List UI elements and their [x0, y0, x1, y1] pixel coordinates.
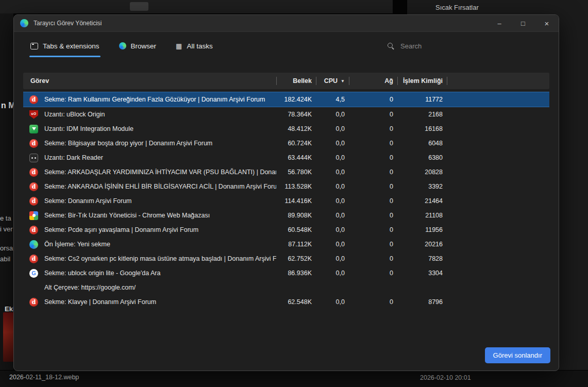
- all-tasks-grid-icon: ▦: [176, 43, 182, 49]
- pid-value: 16168: [397, 125, 447, 132]
- task-title: Sekme: ARKADAŞLAR YARDIMINIZA İHTİYACIM …: [44, 169, 276, 176]
- window-controls: – □ ×: [488, 15, 559, 31]
- task-title: Sekme: Pcde aşırı yavaşlama | Donanım Ar…: [44, 226, 198, 233]
- donanim-icon: [29, 226, 38, 234]
- table-row[interactable]: Sekme: Cs2 oynarken pc kitlenip masa üst…: [23, 251, 549, 266]
- chromestore-icon: [29, 211, 38, 220]
- task-title: Sekme: Donanım Arşivi Forum: [44, 197, 132, 205]
- memory-value: 60.548K: [276, 226, 316, 233]
- table-row[interactable]: Uzantı: uBlock Origin 78.364K 0,0 0 2168: [23, 107, 549, 122]
- cpu-header-label: CPU: [324, 77, 338, 85]
- table-row[interactable]: Sekme: Donanım Arşivi Forum 114.416K 0,0…: [23, 194, 549, 208]
- network-value: 0: [349, 226, 397, 233]
- task-title: Sekme: Bir-Tık Uzantı Yöneticisi - Chrom…: [44, 212, 210, 219]
- donanim-icon: [29, 168, 38, 177]
- task-cell: Sekme: ANKARADA İŞİNİN EHLİ BİR BİLGİSAY…: [23, 182, 276, 191]
- column-header-task[interactable]: Görev: [23, 73, 276, 89]
- donanim-icon: [29, 182, 38, 191]
- tab-all-tasks[interactable]: ▦ All tasks: [176, 32, 213, 60]
- task-cell: Sekme: Klavye | Donanım Arşivi Forum: [23, 298, 276, 307]
- search-box[interactable]: [388, 42, 542, 51]
- task-cell: Sekme: Pcde aşırı yavaşlama | Donanım Ar…: [23, 226, 276, 234]
- ublock-icon: [29, 110, 38, 119]
- task-title: Sekme: Ram Kullanımı Gereğinden Fazla Gö…: [44, 96, 265, 103]
- cpu-value: 0,0: [316, 212, 349, 219]
- task-title: Sekme: ANKARADA İŞİNİN EHLİ BİR BİLGİSAY…: [44, 183, 276, 190]
- donanim-icon: [29, 298, 38, 307]
- pid-value: 6380: [397, 154, 447, 161]
- network-value: 0: [349, 140, 397, 147]
- network-value: 0: [349, 96, 397, 103]
- tab-browser[interactable]: Browser: [119, 32, 157, 60]
- task-cell: Sekme: ARKADAŞLAR YARDIMINIZA İHTİYACIM …: [23, 168, 276, 177]
- table-row[interactable]: Sekme: Ram Kullanımı Gereğinden Fazla Gö…: [23, 92, 549, 107]
- title-bar[interactable]: Tarayıcı Görev Yöneticisi – □ ×: [14, 15, 559, 32]
- pid-value: 3304: [397, 270, 447, 277]
- memory-value: 113.528K: [276, 183, 316, 190]
- network-value: 0: [349, 212, 397, 219]
- table-row[interactable]: Uzantı: Dark Reader 63.444K 0,0 0 6380: [23, 150, 549, 165]
- column-header-spacer: [447, 73, 549, 89]
- tab-tabs-and-extensions[interactable]: Tabs & extensions: [30, 32, 99, 60]
- tab-label: Tabs & extensions: [43, 42, 99, 50]
- memory-value: 89.908K: [276, 212, 316, 219]
- memory-value: 63.444K: [276, 154, 316, 161]
- cpu-value: 0,0: [316, 140, 349, 147]
- network-value: 0: [349, 125, 397, 132]
- sort-descending-icon: ▼: [341, 79, 345, 83]
- table-row[interactable]: Sekme: Klavye | Donanım Arşivi Forum 62.…: [23, 295, 549, 309]
- task-cell: Sekme: Donanım Arşivi Forum: [23, 197, 276, 206]
- maximize-button[interactable]: □: [511, 15, 535, 31]
- task-title: Sekme: ublock origin lite - Google'da Ar…: [44, 270, 160, 277]
- edge-browser-icon: [119, 42, 126, 49]
- tab-bar: Tabs & extensions Browser ▦ All tasks: [14, 32, 559, 60]
- cpu-value: 0,0: [316, 111, 349, 118]
- donanim-icon: [29, 95, 38, 104]
- background-window-top: [0, 0, 393, 13]
- pid-value: 20828: [397, 169, 447, 176]
- pid-value: 21464: [397, 197, 447, 205]
- pid-value: 21108: [397, 212, 447, 219]
- table-row[interactable]: Sekme: ARKADAŞLAR YARDIMINIZA İHTİYACIM …: [23, 165, 549, 179]
- table-body: Sekme: Ram Kullanımı Gereğinden Fazla Gö…: [23, 92, 549, 309]
- edge-app-icon: [20, 19, 28, 27]
- task-title: Sekme: Bilgisayar boşta drop yiyor | Don…: [44, 140, 212, 147]
- column-header-memory[interactable]: Bellek: [276, 73, 316, 89]
- background-window-button: [130, 2, 148, 11]
- edge-icon: [29, 240, 38, 249]
- task-cell: Sekme: Cs2 oynarken pc kitlenip masa üst…: [23, 255, 276, 263]
- table-row[interactable]: Sekme: Bir-Tık Uzantı Yöneticisi - Chrom…: [23, 208, 549, 223]
- network-value: 0: [349, 183, 397, 190]
- task-title: Ön İşleme: Yeni sekme: [44, 241, 110, 248]
- column-header-cpu[interactable]: CPU ▼: [316, 73, 349, 89]
- column-header-network[interactable]: Ağ: [349, 73, 397, 89]
- table-row[interactable]: Sekme: ANKARADA İŞİNİN EHLİ BİR BİLGİSAY…: [23, 179, 549, 194]
- cpu-value: 0,0: [316, 183, 349, 190]
- memory-value: 182.424K: [276, 96, 316, 103]
- end-task-button[interactable]: Görevi sonlandır: [485, 347, 550, 363]
- pid-value: 11956: [397, 226, 447, 233]
- close-button[interactable]: ×: [535, 15, 559, 31]
- task-title: Uzantı: IDM Integration Module: [44, 125, 133, 132]
- tab-label: All tasks: [187, 42, 212, 50]
- cpu-value: 0,0: [316, 125, 349, 132]
- task-table: Görev Bellek CPU ▼ Ağ İşlem Kimliği Sekm…: [23, 73, 549, 309]
- memory-value: 87.112K: [276, 241, 316, 248]
- table-row[interactable]: Uzantı: IDM Integration Module 48.412K 0…: [23, 122, 549, 136]
- bg-text-filename: 2026-02-11_18-12.webp: [9, 374, 79, 381]
- table-row[interactable]: Sekme: ublock origin lite - Google'da Ar…: [23, 266, 549, 280]
- task-cell: Uzantı: Dark Reader: [23, 154, 276, 162]
- table-row[interactable]: Sekme: Pcde aşırı yavaşlama | Donanım Ar…: [23, 223, 549, 237]
- memory-value: 62.548K: [276, 298, 316, 306]
- donanim-icon: [29, 197, 38, 206]
- task-title: Sekme: Cs2 oynarken pc kitlenip masa üst…: [44, 255, 276, 262]
- window-title: Tarayıcı Görev Yöneticisi: [33, 20, 102, 27]
- table-row[interactable]: Ön İşleme: Yeni sekme 87.112K 0,0 0 2021…: [23, 237, 549, 251]
- table-row[interactable]: Alt Çerçeve: https://google.com/: [23, 280, 549, 295]
- search-input[interactable]: [399, 42, 542, 51]
- minimize-button[interactable]: –: [488, 15, 511, 31]
- google-icon: [29, 269, 38, 278]
- background-bottom-bar: [0, 370, 588, 387]
- column-header-pid[interactable]: İşlem Kimliği: [397, 73, 447, 89]
- table-row[interactable]: Sekme: Bilgisayar boşta drop yiyor | Don…: [23, 136, 549, 150]
